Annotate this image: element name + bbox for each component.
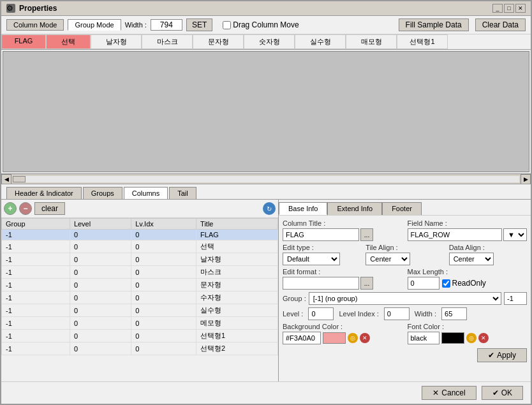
- table-row[interactable]: -1 0 0 메모형: [2, 317, 278, 330]
- tab-footer[interactable]: Footer: [382, 202, 422, 215]
- group-mode-button[interactable]: Group Mode: [68, 19, 121, 31]
- cell-lvidx: 0: [131, 230, 196, 240]
- cell-group: -1: [2, 342, 70, 355]
- font-color-input[interactable]: [408, 332, 440, 344]
- apply-button[interactable]: ✔ Apply: [477, 348, 527, 362]
- ok-button[interactable]: ✔ OK: [482, 386, 523, 400]
- table-row[interactable]: -1 0 0 선택: [2, 240, 278, 253]
- row-format-maxlen: Edit format : ... Max Length :: [283, 268, 527, 290]
- level-index-input[interactable]: [384, 307, 410, 320]
- table-row[interactable]: -1 0 0 문자형: [2, 279, 278, 291]
- group-num-input[interactable]: [504, 292, 527, 305]
- window-controls: _ □ ✕: [492, 4, 526, 13]
- minimize-button[interactable]: _: [492, 4, 503, 13]
- field-name-select[interactable]: ▼: [503, 228, 527, 241]
- cell-level: 0: [70, 291, 131, 304]
- set-button[interactable]: SET: [186, 18, 212, 31]
- cell-level: 0: [70, 330, 131, 342]
- left-toolbar: + − clear ↻: [1, 200, 278, 218]
- cell-level: 0: [70, 317, 131, 330]
- cell-title: 날자형: [196, 253, 278, 266]
- table-row[interactable]: -1 0 0 실수형: [2, 304, 278, 317]
- data-align-select[interactable]: Center: [449, 253, 494, 265]
- header-real: 실수형: [295, 34, 346, 49]
- bottom-tab-row: Header & Indicator Groups Columns Tail: [1, 184, 531, 200]
- col-level: Level: [70, 219, 131, 230]
- font-color-reset-icon[interactable]: ✕: [478, 333, 489, 343]
- table-row[interactable]: -1 0 0 선택형2: [2, 342, 278, 355]
- refresh-icon[interactable]: ↻: [263, 202, 276, 215]
- cell-group: -1: [2, 291, 70, 304]
- level-input[interactable]: [308, 307, 334, 320]
- right-panel: Base Info Extend Info Footer Column Titl…: [279, 200, 531, 381]
- font-color-picker-icon[interactable]: ◎: [466, 333, 477, 343]
- scroll-left-button[interactable]: ◀: [1, 174, 11, 184]
- font-color-label: Font Color :: [408, 323, 528, 330]
- maximize-button[interactable]: □: [504, 4, 514, 13]
- cell-lvidx: 0: [131, 330, 196, 342]
- scroll-right-button[interactable]: ▶: [521, 174, 531, 184]
- readonly-checkbox[interactable]: [442, 279, 450, 288]
- scroll-thumb[interactable]: [13, 176, 26, 182]
- cell-group: -1: [2, 230, 70, 240]
- row-group: Group : [-1] (no group): [283, 292, 527, 305]
- tab-base-info[interactable]: Base Info: [279, 202, 327, 215]
- header-mask: 마스크: [142, 34, 193, 49]
- column-title-browse[interactable]: ...: [360, 228, 373, 241]
- edit-format-browse[interactable]: ...: [360, 277, 373, 290]
- cell-lvidx: 0: [131, 240, 196, 253]
- tab-columns[interactable]: Columns: [124, 187, 168, 199]
- cell-group: -1: [2, 304, 70, 317]
- tile-align-select[interactable]: Center: [366, 253, 410, 265]
- tab-extend-info[interactable]: Extend Info: [327, 202, 382, 215]
- horizontal-scrollbar[interactable]: ◀ ▶: [1, 173, 531, 184]
- bg-color-picker-icon[interactable]: ◎: [348, 333, 358, 343]
- column-header-row: FLAG 선택 날자형 마스크 문자형 숫자형 실수형 매모형 선택형1: [1, 34, 531, 50]
- table-row[interactable]: -1 0 0 날자형: [2, 253, 278, 266]
- bg-color-label: Background Color :: [283, 323, 403, 330]
- column-mode-button[interactable]: Column Mode: [6, 19, 64, 31]
- toolbar: Column Mode Group Mode Width : SET Drag …: [1, 16, 531, 34]
- delete-row-button[interactable]: −: [19, 202, 32, 215]
- header-num: 숫자형: [244, 34, 295, 49]
- close-button[interactable]: ✕: [515, 4, 526, 13]
- cell-title: 문자형: [196, 279, 278, 291]
- drag-column-label: Drag Column Move: [233, 20, 299, 29]
- column-title-input[interactable]: [283, 228, 359, 241]
- max-length-input[interactable]: [408, 277, 440, 290]
- readonly-group: ReadOnly: [442, 279, 486, 288]
- tab-tail[interactable]: Tail: [169, 187, 196, 199]
- add-row-button[interactable]: +: [4, 202, 17, 215]
- edit-type-select[interactable]: Default: [283, 253, 340, 265]
- cancel-label: Cancel: [441, 388, 465, 397]
- bg-color-reset-icon[interactable]: ✕: [360, 333, 370, 343]
- cell-level: 0: [70, 304, 131, 317]
- group-select[interactable]: [-1] (no group): [309, 292, 501, 305]
- drag-column-checkbox[interactable]: [223, 21, 231, 29]
- clear-data-button[interactable]: Clear Data: [475, 18, 526, 31]
- cell-lvidx: 0: [131, 253, 196, 266]
- scroll-track[interactable]: [13, 176, 519, 182]
- tab-header-indicator[interactable]: Header & Indicator: [6, 187, 82, 199]
- edit-format-input[interactable]: [283, 277, 359, 290]
- table-row[interactable]: -1 0 0 마스크: [2, 266, 278, 279]
- cell-lvidx: 0: [131, 342, 196, 355]
- row-edit-align: Edit type : Default Tile Align : Center: [283, 244, 527, 265]
- fill-sample-button[interactable]: Fill Sample Data: [399, 18, 469, 31]
- width-input[interactable]: [151, 19, 182, 31]
- field-name-input[interactable]: [408, 228, 503, 241]
- tab-groups[interactable]: Groups: [83, 187, 122, 199]
- table-row[interactable]: -1 0 0 선택형1: [2, 330, 278, 342]
- header-select: 선택: [46, 34, 91, 49]
- tile-align-group: Tile Align : Center: [366, 244, 443, 265]
- table-row[interactable]: -1 0 0 FLAG: [2, 230, 278, 240]
- clear-button[interactable]: clear: [34, 202, 65, 215]
- bg-color-input[interactable]: [283, 332, 321, 344]
- table-row[interactable]: -1 0 0 수자형: [2, 291, 278, 304]
- readonly-label: ReadOnly: [452, 279, 486, 288]
- cell-group: -1: [2, 330, 70, 342]
- cancel-button[interactable]: ✕ Cancel: [422, 386, 476, 400]
- bg-color-group: Background Color : ◎ ✕: [283, 323, 403, 344]
- width-right-input[interactable]: [441, 307, 467, 320]
- cell-level: 0: [70, 230, 131, 240]
